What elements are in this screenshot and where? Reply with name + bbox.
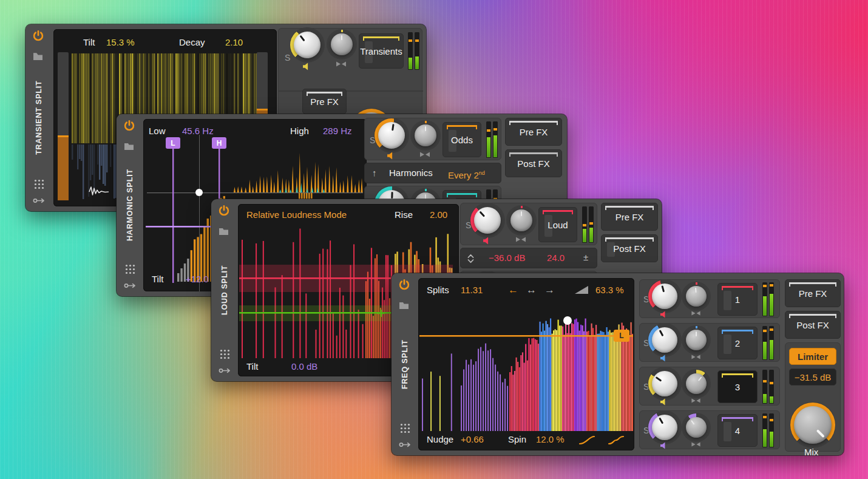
freq-channel-4: S 4 <box>639 410 780 449</box>
up-arrow-icon[interactable]: ↑ <box>372 167 377 179</box>
preset-folder-icon[interactable] <box>399 301 409 310</box>
speaker-icon[interactable] <box>660 398 668 406</box>
slope-percent-value[interactable]: 63.3 % <box>595 284 624 296</box>
freq-display[interactable]: Splits 11.31 ← ↔ → 63.3 % L Nudge +0.66 … <box>418 278 634 450</box>
pre-fx-label: Pre FX <box>799 288 827 299</box>
slope-ramp-icon[interactable] <box>575 286 588 294</box>
limiter-button[interactable]: Limiter <box>789 348 836 365</box>
high-split-flag[interactable]: H <box>212 137 226 149</box>
channel-4-button[interactable]: 4 <box>717 414 758 447</box>
transient-volume-knob[interactable] <box>294 32 320 58</box>
rise-label: Rise <box>395 209 413 221</box>
channel-1-pan-knob[interactable] <box>686 286 707 307</box>
spin-value[interactable]: 12.0 % <box>536 433 565 446</box>
mix-knob[interactable] <box>794 406 832 444</box>
expand-arrow[interactable]: ↔ <box>526 284 537 296</box>
speaker-icon[interactable] <box>660 442 668 449</box>
harmonics-mode-row[interactable]: ↑ Harmonics Every 2nd <box>364 163 501 183</box>
drag-handle-dots-icon[interactable] <box>125 264 135 274</box>
power-icon[interactable] <box>123 120 135 132</box>
channel-4-volume-knob[interactable] <box>652 415 677 440</box>
channel-2-volume-knob[interactable] <box>652 327 677 353</box>
limiter-value-box[interactable]: −31.5 dB <box>789 369 836 386</box>
pre-fx-button[interactable]: Pre FX <box>302 89 347 114</box>
power-icon[interactable] <box>32 30 44 42</box>
shift-left-arrow[interactable]: ← <box>508 284 518 296</box>
speaker-icon[interactable] <box>302 63 311 70</box>
curve-s-icon[interactable] <box>608 435 625 446</box>
plusminus-icon[interactable]: ± <box>583 251 588 263</box>
preset-folder-icon[interactable] <box>219 227 229 236</box>
pre-fx-button[interactable]: Pre FX <box>505 118 562 146</box>
loud-channel-button[interactable]: Loud <box>538 207 577 242</box>
solo-label[interactable]: S <box>285 52 290 64</box>
limiter-value[interactable]: −31.5 dB <box>795 372 831 382</box>
loud-threshold-row[interactable]: −36.0 dB 24.0 ± <box>460 248 597 268</box>
routing-icon[interactable] <box>399 441 412 448</box>
channel-1-volume-knob[interactable] <box>652 284 677 309</box>
updown-chevrons-icon[interactable] <box>467 253 475 265</box>
splits-value[interactable]: 11.31 <box>461 284 483 296</box>
channel-1-button[interactable]: 1 <box>717 283 758 316</box>
decay-value[interactable]: 2.10 <box>225 36 243 49</box>
high-value[interactable]: 289 Hz <box>323 125 352 137</box>
curve-ease-icon[interactable] <box>578 435 595 446</box>
channel-3-volume-knob[interactable] <box>652 371 677 396</box>
threshold-db-value[interactable]: −36.0 dB <box>489 252 525 264</box>
loud-volume-knob[interactable] <box>474 207 501 234</box>
shift-right-arrow[interactable]: → <box>544 284 555 296</box>
transient-left-slider[interactable] <box>58 52 69 200</box>
pre-fx-button[interactable]: Pre FX <box>601 203 658 231</box>
channel-4-label: 4 <box>735 426 740 436</box>
speaker-icon[interactable] <box>660 355 668 362</box>
mode-label[interactable]: Relative Loudness Mode <box>246 209 347 221</box>
transient-pan-knob[interactable] <box>331 33 353 55</box>
routing-icon[interactable] <box>219 367 231 374</box>
low-split-flag[interactable]: L <box>166 137 180 149</box>
routing-icon[interactable] <box>124 282 137 289</box>
freq-channel-2: S 2 <box>639 323 780 362</box>
channel-2-button[interactable]: 2 <box>717 327 758 359</box>
post-fx-button[interactable]: Post FX <box>785 311 841 339</box>
drag-handle-dots-icon[interactable] <box>400 423 410 433</box>
power-icon[interactable] <box>218 205 230 217</box>
level-line-flag[interactable]: L <box>614 330 629 342</box>
tilt-value[interactable]: 15.3 % <box>106 36 135 49</box>
drag-handle-dots-icon[interactable] <box>34 179 44 189</box>
odds-meter <box>486 121 498 158</box>
post-fx-button[interactable]: Post FX <box>601 234 658 262</box>
pan-bowtie-icon <box>691 398 701 403</box>
pan-bowtie-icon <box>691 355 701 359</box>
device-title: FREQ SPLIT <box>392 313 418 415</box>
channel-3-button[interactable]: 3 <box>717 370 758 403</box>
speaker-icon[interactable] <box>483 237 492 245</box>
odds-volume-knob[interactable] <box>378 122 405 149</box>
channel-4-pan-knob[interactable] <box>686 417 707 438</box>
routing-icon[interactable] <box>33 197 46 204</box>
harmonics-value[interactable]: Every 2nd <box>448 167 485 182</box>
harmonics-label: Harmonics <box>389 167 433 179</box>
speaker-icon[interactable] <box>660 311 668 318</box>
device-title: HARMONIC SPLIT <box>117 154 143 256</box>
loud-channel: S Loud <box>460 203 597 245</box>
decay-label: Decay <box>179 36 205 49</box>
threshold-ratio-value[interactable]: 24.0 <box>547 252 565 264</box>
odds-channel-button[interactable]: Odds <box>442 122 481 157</box>
loud-pan-knob[interactable] <box>510 209 532 231</box>
post-fx-button[interactable]: Post FX <box>505 149 562 177</box>
odds-pan-knob[interactable] <box>415 124 436 146</box>
tilt-value[interactable]: 0.0 dB <box>291 361 317 373</box>
drag-handle-dots-icon[interactable] <box>220 349 230 359</box>
transients-channel-button[interactable]: Transients <box>359 33 404 69</box>
preset-folder-icon[interactable] <box>33 52 43 61</box>
nudge-value[interactable]: +0.66 <box>461 433 484 446</box>
speaker-icon[interactable] <box>387 152 396 160</box>
transient-meter <box>408 32 419 70</box>
low-value[interactable]: 45.6 Hz <box>182 125 214 137</box>
preset-folder-icon[interactable] <box>124 142 134 151</box>
pre-fx-button[interactable]: Pre FX <box>785 279 841 307</box>
channel-2-pan-knob[interactable] <box>686 330 707 350</box>
power-icon[interactable] <box>398 279 410 291</box>
rise-value[interactable]: 2.00 <box>430 209 447 221</box>
channel-3-pan-knob[interactable] <box>686 373 707 394</box>
